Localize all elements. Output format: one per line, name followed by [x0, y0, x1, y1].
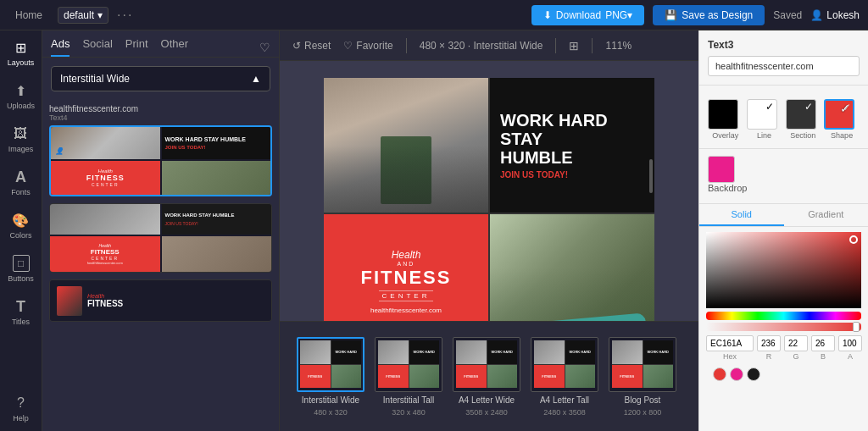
swatch-white[interactable]: ✓	[747, 99, 777, 130]
scroll-handle[interactable]	[649, 159, 653, 193]
r-input[interactable]	[757, 335, 781, 351]
center-logo-text: CENTER	[379, 290, 434, 301]
tab-other[interactable]: Other	[161, 37, 189, 57]
sidebar-item-images[interactable]: 🖼 Images	[8, 125, 34, 153]
main-layout: ⊞ Layouts ⬆ Uploads 🖼 Images A Fonts 🎨 C…	[0, 30, 868, 431]
template-card-1[interactable]: 👤 WORK HARD STAY HUMBLE JOIN US TODAY! H…	[49, 125, 272, 196]
thumb-img-a4-letter-tall: WORK HARD FITNESS	[531, 337, 598, 392]
save-as-design-button[interactable]: 💾 Save as Design	[653, 5, 765, 25]
thumb-img-interstitial-tall: WORK HARD FITNESS	[375, 337, 442, 392]
color-presets	[706, 364, 861, 384]
zoom-level[interactable]: 111%	[605, 40, 632, 52]
uploads-icon: ⬆	[13, 82, 30, 99]
template-cell-red-logo: Health FITNESS CENTER	[51, 161, 160, 195]
canvas-preview[interactable]: WORK HARD STAY HUMBLE JOIN US TODAY! Hea…	[324, 78, 654, 321]
template-card-2[interactable]: WORK HARD STAY HUMBLE JOIN US TODAY! Hea…	[49, 203, 272, 273]
favorite-button[interactable]: ♡ Favorite	[343, 40, 392, 52]
hex-input[interactable]	[706, 335, 754, 351]
favorite-icon[interactable]: ♡	[259, 41, 270, 54]
thumb-img-blog-post: WORK HARD FITNESS	[609, 337, 676, 392]
template-card-3[interactable]: Health FITNESS	[49, 279, 272, 322]
canvas-cell-bottom-left: Health AND FITNESS CENTER healthfitnessc…	[324, 214, 488, 321]
backdrop-label: Backdrop	[708, 183, 860, 193]
backdrop-section: Backdrop	[699, 149, 868, 204]
reset-icon: ↺	[292, 40, 301, 52]
fonts-icon: A	[12, 169, 29, 185]
tab-ads[interactable]: Ads	[51, 37, 70, 57]
gradient-tab[interactable]: Gradient	[784, 204, 869, 226]
template-cell-2-logo-red: Health FITNESS CENTER healthfitnesscente…	[50, 236, 160, 272]
sidebar-item-uploads[interactable]: ⬆ Uploads	[7, 82, 35, 110]
swatch-dark[interactable]: ✓	[786, 99, 816, 130]
template-category-dropdown[interactable]: Interstitial Wide ▲	[51, 66, 270, 91]
text-input[interactable]	[708, 56, 860, 76]
and-text: AND	[398, 261, 415, 267]
fitness-logo-text: FITNESS	[361, 267, 452, 289]
grid-icon[interactable]: ⊞	[569, 39, 579, 52]
thumb-a4-letter-tall[interactable]: WORK HARD FITNESS A4 Letter Tall 2480 x …	[531, 337, 598, 417]
colors-label: Colors	[9, 231, 31, 240]
colors-icon: 🎨	[12, 212, 29, 229]
solid-gradient-tabs: Solid Gradient	[699, 204, 868, 227]
thumb-blog-post[interactable]: WORK HARD FITNESS Blog Post 1200 x 800	[609, 337, 676, 417]
a-input[interactable]	[838, 335, 862, 351]
images-icon: 🖼	[12, 125, 29, 142]
download-icon: ⬇	[543, 9, 552, 21]
right-panel: Text3 ✓ ✓ ✓ Overlay Line Section	[698, 30, 868, 431]
sidebar-item-help[interactable]: ? Help	[13, 395, 30, 423]
help-label: Help	[13, 414, 29, 423]
work-hard-text: WORK HARD STAY HUMBLE	[500, 111, 644, 167]
project-dropdown[interactable]: default ▾	[58, 7, 108, 24]
swatch-black[interactable]	[708, 99, 738, 130]
reset-button[interactable]: ↺ Reset	[292, 40, 331, 52]
thumb-interstitial-tall[interactable]: WORK HARD FITNESS Interstitial Tall 320 …	[375, 337, 442, 417]
sidebar-item-titles[interactable]: T Titles	[12, 298, 30, 326]
thumb-dim-interstitial-wide: 480 x 320	[314, 408, 348, 417]
hue-bar[interactable]	[706, 312, 861, 320]
sidebar-item-colors[interactable]: 🎨 Colors	[9, 212, 31, 240]
template-cell-2-mat	[162, 236, 272, 272]
color-swatches-grid: ✓ ✓ ✓	[708, 99, 860, 130]
divider	[406, 38, 407, 53]
b-input[interactable]	[811, 335, 835, 351]
g-input[interactable]	[784, 335, 808, 351]
overlay-label: Overlay	[708, 131, 743, 140]
more-options-icon[interactable]: ···	[117, 8, 133, 23]
template-cell-stairs: 👤	[51, 127, 160, 159]
thumb-a4-letter-wide[interactable]: WORK HARD FITNESS A4 Letter Wide 3508 x …	[453, 337, 520, 417]
preset-red[interactable]	[713, 367, 726, 381]
home-link[interactable]: Home	[8, 9, 49, 21]
thumb-interstitial-wide[interactable]: WORK HARD FITNESS Interstitial Wide 480 …	[297, 337, 364, 417]
template-cell-2-text: WORK HARD STAY HUMBLE JOIN US TODAY!	[162, 204, 272, 235]
heart-icon: ♡	[343, 40, 353, 52]
preset-pink[interactable]	[730, 367, 743, 381]
user-icon: 👤	[810, 9, 823, 21]
color-picker-cursor	[849, 235, 858, 244]
user-menu[interactable]: 👤 Lokesh	[810, 9, 860, 21]
color-picker-gradient[interactable]	[706, 232, 861, 308]
canvas-main: WORK HARD STAY HUMBLE JOIN US TODAY! Hea…	[280, 61, 698, 321]
chevron-up-icon: ▲	[251, 73, 261, 85]
template-cell-2-stairs	[50, 204, 160, 235]
shape-label: Shape	[824, 131, 860, 140]
preset-dark[interactable]	[747, 367, 760, 381]
template-text-label: Text4	[49, 113, 272, 122]
tab-social[interactable]: Social	[82, 37, 112, 57]
download-button[interactable]: ⬇ Download PNG▾	[531, 5, 644, 25]
dropdown-label: Interstitial Wide	[60, 73, 130, 85]
divider2	[555, 38, 556, 53]
alpha-bar[interactable]	[706, 323, 861, 331]
canvas-cell-top-left	[324, 78, 488, 213]
hex-label: Hex	[723, 352, 737, 361]
buttons-label: Buttons	[8, 274, 34, 283]
swatch-red[interactable]: ✓	[824, 99, 854, 130]
solid-tab[interactable]: Solid	[699, 204, 784, 226]
logo-url: healthfitnesscenter.com	[370, 307, 442, 314]
sidebar-item-layouts[interactable]: ⊞ Layouts	[8, 39, 35, 67]
buttons-icon: □	[13, 255, 30, 272]
backdrop-swatch[interactable]	[708, 156, 735, 183]
sidebar-item-buttons[interactable]: □ Buttons	[8, 255, 34, 283]
color-picker-area: Hex R G B A	[699, 227, 868, 390]
sidebar-item-fonts[interactable]: A Fonts	[11, 169, 31, 196]
tab-print[interactable]: Print	[125, 37, 148, 57]
